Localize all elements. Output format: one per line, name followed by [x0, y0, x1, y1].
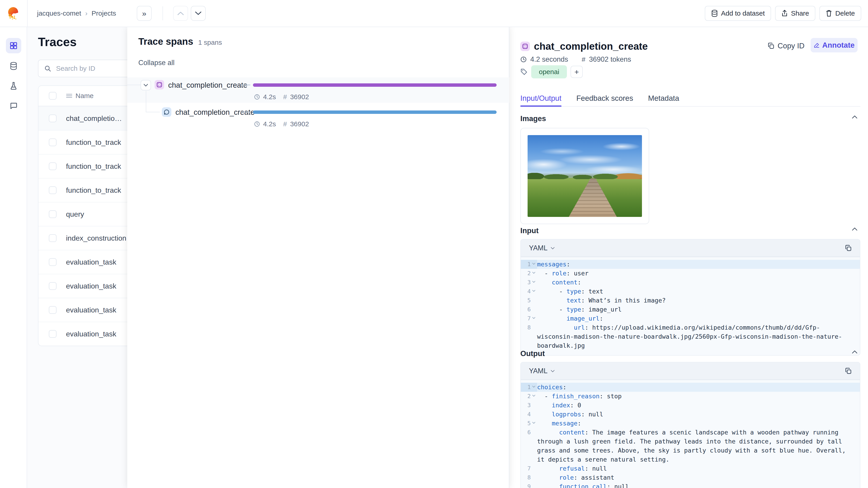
hash-icon: #	[582, 56, 585, 63]
span-collapse-button[interactable]	[141, 80, 151, 90]
flask-icon	[10, 82, 18, 90]
image-card[interactable]	[520, 128, 649, 224]
yaml-text: - finish_reason: stop	[537, 392, 860, 401]
yaml-text: content: The image features a scenic lan…	[537, 428, 860, 464]
fold-chevron-icon[interactable]	[532, 317, 536, 319]
span-duration-bar[interactable]	[253, 84, 497, 87]
traces-panel: Traces Name chat_completion_create funct…	[27, 27, 127, 488]
spans-panel-title: Trace spans	[138, 36, 193, 47]
annotate-label: Annotate	[822, 41, 855, 50]
next-trace-button[interactable]	[191, 6, 206, 21]
fold-chevron-icon[interactable]	[532, 281, 536, 283]
row-checkbox[interactable]	[49, 210, 57, 218]
format-select[interactable]: YAML	[529, 244, 555, 252]
sidebar-item-experiments[interactable]	[6, 78, 21, 94]
span-metrics: 4.2s # 36902	[254, 93, 309, 101]
add-tag-button[interactable]: +	[570, 66, 583, 78]
trace-name: evaluation_task	[66, 258, 116, 266]
attachment-image[interactable]	[528, 135, 642, 217]
breadcrumb-separator-icon: ›	[85, 9, 88, 17]
prev-trace-button[interactable]	[173, 6, 188, 21]
span-name[interactable]: chat_completion_create	[168, 81, 247, 90]
fold-chevron-icon[interactable]	[532, 271, 536, 274]
row-checkbox[interactable]	[49, 138, 57, 146]
copy-icon[interactable]	[845, 245, 852, 252]
trash-icon	[826, 10, 832, 17]
yaml-line: 3 content:	[521, 278, 860, 287]
collapse-section-icon[interactable]	[852, 350, 858, 354]
copy-icon	[768, 42, 774, 49]
collapse-all-link[interactable]: Collapse all	[138, 59, 175, 67]
breadcrumb: jacques-comet › Projects	[37, 0, 116, 27]
column-drag-icon[interactable]	[66, 93, 72, 98]
yaml-line: 1choices:	[521, 383, 860, 392]
tab-metadata[interactable]: Metadata	[648, 91, 679, 106]
collapse-section-icon[interactable]	[852, 227, 858, 231]
yaml-text: text: What’s in this image?	[537, 296, 860, 305]
add-to-dataset-label: Add to dataset	[721, 9, 765, 17]
fold-chevron-icon[interactable]	[532, 422, 536, 424]
tag-badge[interactable]: openai	[531, 65, 567, 78]
yaml-line: 2 - finish_reason: stop	[521, 392, 860, 401]
yaml-line: 7 image_url:	[521, 314, 860, 323]
collapse-panel-button[interactable]: »	[137, 6, 152, 21]
top-bar: jacques-comet › Projects » Add to datase…	[0, 0, 868, 27]
format-select[interactable]: YAML	[529, 367, 555, 375]
yaml-line: 3 index: 0	[521, 401, 860, 410]
fold-chevron-icon[interactable]	[532, 263, 536, 265]
yaml-text: - type: text	[537, 287, 860, 296]
chevron-down-icon	[144, 84, 148, 87]
line-number: 1	[527, 260, 531, 269]
delete-button[interactable]: Delete	[819, 6, 861, 21]
fold-chevron-icon[interactable]	[532, 385, 536, 388]
share-button[interactable]: Share	[775, 6, 815, 21]
breadcrumb-page[interactable]: Projects	[92, 9, 116, 17]
output-yaml[interactable]: 1choices:2 - finish_reason: stop3 index:…	[521, 380, 860, 488]
chevrons-right-icon: »	[142, 9, 147, 18]
format-value: YAML	[529, 367, 548, 375]
delete-label: Delete	[835, 9, 855, 17]
sidebar-item-datasets[interactable]	[6, 58, 21, 74]
input-yaml[interactable]: 1messages:2 - role: user3 content:4 - ty…	[521, 257, 860, 355]
trace-name: query	[66, 210, 84, 219]
copy-icon[interactable]	[845, 367, 852, 375]
sidebar-item-projects[interactable]	[6, 38, 21, 53]
add-to-dataset-button[interactable]: Add to dataset	[705, 6, 771, 21]
fold-chevron-icon[interactable]	[532, 394, 536, 397]
line-number: 3	[527, 401, 531, 410]
yaml-text: function_call: null	[537, 482, 860, 488]
annotate-button[interactable]: Annotate	[811, 38, 858, 53]
row-checkbox[interactable]	[49, 330, 57, 338]
span-duration-bar[interactable]	[253, 110, 497, 114]
yaml-text: refusal: null	[537, 464, 860, 473]
fold-chevron-icon[interactable]	[532, 290, 536, 292]
tab-input-output[interactable]: Input/Output	[520, 91, 561, 106]
select-all-checkbox[interactable]	[49, 92, 57, 100]
row-checkbox[interactable]	[49, 115, 57, 122]
row-checkbox[interactable]	[49, 258, 57, 266]
row-checkbox[interactable]	[49, 306, 57, 314]
name-column-header[interactable]: Name	[75, 92, 94, 100]
yaml-text: - role: user	[537, 269, 860, 278]
code-card-header: YAML	[521, 239, 860, 257]
detail-tabs: Input/Output Feedback scores Metadata	[520, 91, 860, 107]
images-section-title: Images	[520, 114, 546, 123]
copy-id-button[interactable]: Copy ID	[768, 41, 804, 50]
clock-icon	[254, 121, 260, 127]
yaml-text: content:	[537, 278, 860, 287]
row-checkbox[interactable]	[49, 282, 57, 290]
breadcrumb-workspace[interactable]: jacques-comet	[37, 9, 81, 17]
span-duration: 4.2s	[263, 93, 276, 101]
collapse-section-icon[interactable]	[852, 115, 858, 119]
row-checkbox[interactable]	[49, 162, 57, 170]
row-checkbox[interactable]	[49, 186, 57, 194]
yaml-text: logprobs: null	[537, 410, 860, 419]
output-section-title: Output	[520, 349, 545, 358]
row-checkbox[interactable]	[49, 234, 57, 242]
sidebar-item-feedback[interactable]	[6, 98, 21, 113]
line-number: 3	[527, 278, 531, 287]
yaml-line: 4 - type: text	[521, 287, 860, 296]
tab-feedback-scores[interactable]: Feedback scores	[577, 91, 633, 106]
pencil-icon	[814, 42, 819, 48]
chevron-up-icon	[177, 11, 184, 15]
